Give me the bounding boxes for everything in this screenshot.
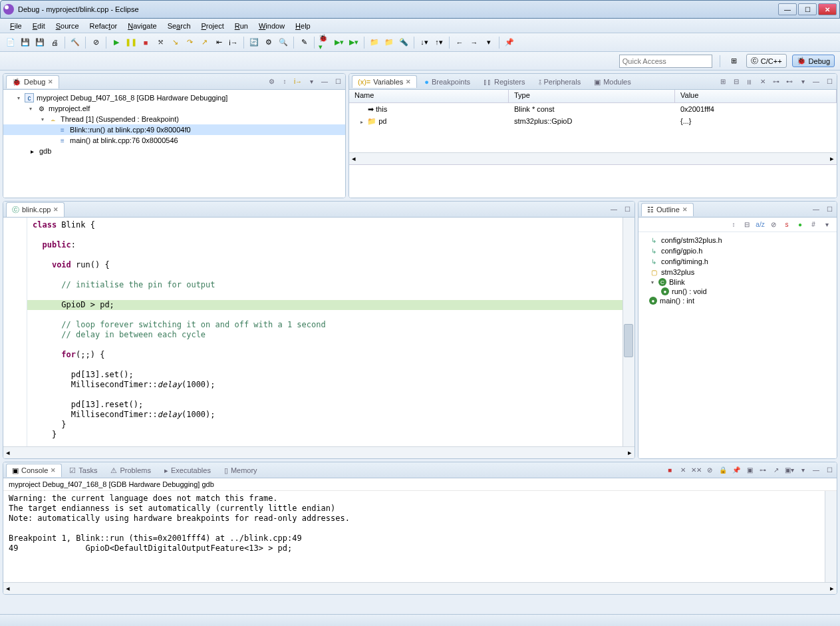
close-button[interactable]: ✕ bbox=[818, 3, 837, 15]
outline-item[interactable]: ▢stm32plus bbox=[638, 267, 837, 277]
tool-icon[interactable]: ⊟ bbox=[732, 77, 741, 86]
menu-help[interactable]: Help bbox=[291, 21, 315, 31]
tool-icon[interactable]: ✕ bbox=[758, 77, 768, 86]
tool-icon[interactable]: ↕ bbox=[280, 77, 289, 86]
minimize-icon[interactable]: — bbox=[609, 205, 619, 214]
tool-icon[interactable]: i→ bbox=[293, 77, 303, 86]
outline-item[interactable]: ●main() : int bbox=[638, 296, 837, 305]
menu-edit[interactable]: Edit bbox=[28, 21, 50, 31]
horizontal-scrollbar[interactable]: ◂▸ bbox=[349, 152, 837, 164]
close-tab-icon[interactable]: ✕ bbox=[53, 206, 59, 213]
horizontal-scrollbar[interactable]: ◂▸ bbox=[3, 446, 634, 458]
hide-icon[interactable]: ⊘ bbox=[769, 220, 778, 230]
ext-tools-dropdown[interactable]: ▶▾ bbox=[347, 36, 360, 49]
dot-icon[interactable]: ● bbox=[795, 220, 805, 230]
vertical-scrollbar[interactable] bbox=[825, 491, 837, 582]
variable-row[interactable]: ➡ this Blink * const 0x2001fff4 bbox=[349, 103, 837, 115]
menu-icon[interactable]: ▾ bbox=[822, 220, 831, 230]
outline-item[interactable]: ▾CBlink bbox=[638, 277, 837, 287]
step-return-button[interactable]: ↗ bbox=[198, 36, 211, 49]
resume-button[interactable]: ▶ bbox=[110, 36, 123, 49]
minimize-icon[interactable]: — bbox=[320, 77, 329, 86]
menu-source[interactable]: Source bbox=[51, 21, 84, 31]
pin-icon[interactable]: 📌 bbox=[732, 466, 741, 475]
tab-outline[interactable]: ☷ Outline ✕ bbox=[641, 203, 694, 216]
menu-navigate[interactable]: Navigate bbox=[123, 21, 161, 31]
outline-item[interactable]: ●run() : void bbox=[638, 287, 837, 296]
menu-run[interactable]: Run bbox=[230, 21, 253, 31]
maximize-icon[interactable]: ☐ bbox=[333, 77, 343, 86]
tree-frame[interactable]: ≡ Blink::run() at blink.cpp:49 0x80004f0 bbox=[3, 124, 345, 135]
search-button[interactable]: 🔦 bbox=[397, 36, 410, 49]
perspective-cpp[interactable]: ⓒ C/C++ bbox=[746, 54, 787, 68]
prev-annotation-button[interactable]: ↑▾ bbox=[432, 36, 446, 49]
tab-variables[interactable]: (x)= Variables ✕ bbox=[352, 75, 417, 88]
clear-icon[interactable]: ⊘ bbox=[705, 466, 714, 475]
menu-project[interactable]: Project bbox=[197, 21, 229, 31]
minimize-icon[interactable]: — bbox=[811, 466, 821, 475]
perspective-debug[interactable]: 🐞 Debug bbox=[792, 55, 835, 67]
outline-item[interactable]: ↳config/timing.h bbox=[638, 256, 837, 267]
step-into-button[interactable]: ↘ bbox=[168, 36, 182, 49]
print-button[interactable]: 🖨 bbox=[48, 36, 61, 49]
vertical-scrollbar[interactable] bbox=[623, 218, 634, 446]
tab-executables[interactable]: ▸Executables bbox=[158, 464, 217, 477]
pencil-button[interactable]: ✎ bbox=[297, 36, 311, 49]
terminate-button[interactable]: ■ bbox=[139, 36, 152, 49]
tool-icon[interactable]: ⊞ bbox=[718, 77, 728, 86]
expander-icon[interactable]: ▾ bbox=[39, 116, 46, 122]
menu-icon[interactable]: ▾ bbox=[307, 77, 316, 86]
maximize-icon[interactable]: ☐ bbox=[623, 205, 632, 214]
close-tab-icon[interactable]: ✕ bbox=[51, 467, 56, 474]
tab-modules[interactable]: ▣ Modules bbox=[588, 75, 637, 88]
outline-item[interactable]: ↳config/stm32plus.h bbox=[638, 235, 837, 245]
minimize-button[interactable]: — bbox=[778, 3, 797, 15]
tool-icon[interactable]: ⊶ bbox=[758, 466, 768, 475]
tool-icon[interactable]: ⊷ bbox=[785, 77, 794, 86]
skip-breakpoints-button[interactable]: ⊘ bbox=[89, 36, 102, 49]
terminate-icon[interactable]: ■ bbox=[665, 466, 674, 475]
filter-icon[interactable]: ⊟ bbox=[742, 220, 752, 230]
s-icon[interactable]: s bbox=[782, 220, 791, 230]
minimize-icon[interactable]: — bbox=[811, 205, 821, 214]
tab-problems[interactable]: ⚠Problems bbox=[104, 464, 156, 477]
close-tab-icon[interactable]: ✕ bbox=[682, 206, 688, 213]
open-perspective-button[interactable]: ⊞ bbox=[728, 55, 741, 68]
sort-icon[interactable]: ↕ bbox=[729, 220, 738, 230]
nav-dropdown[interactable]: ▾ bbox=[482, 36, 495, 49]
pin-button[interactable]: 📌 bbox=[503, 36, 516, 49]
menu-search[interactable]: Search bbox=[163, 21, 196, 31]
debug-dropdown[interactable]: 🐞▾ bbox=[318, 36, 331, 49]
menu-icon[interactable]: ▾ bbox=[798, 77, 807, 86]
expander-icon[interactable]: ▾ bbox=[15, 94, 22, 101]
expander-icon[interactable]: ▾ bbox=[27, 105, 34, 112]
console-output[interactable]: Warning: the current language does not m… bbox=[3, 491, 825, 582]
remove-all-icon[interactable]: ✕✕ bbox=[692, 466, 701, 475]
menu-file[interactable]: File bbox=[5, 21, 27, 31]
remove-icon[interactable]: ✕ bbox=[678, 466, 688, 475]
variable-row[interactable]: ▸ 📁 pd stm32plus::GpioD {...} bbox=[349, 115, 837, 127]
tree-process[interactable]: ▾ ⚙ myproject.elf bbox=[3, 103, 345, 114]
tree-thread[interactable]: ▾ ⫠ Thread [1] (Suspended : Breakpoint) bbox=[3, 114, 345, 124]
tree-launch[interactable]: ▾ c myproject Debug_f407_168_8 [GDB Hard… bbox=[3, 92, 345, 103]
display-icon[interactable]: ▣ bbox=[745, 466, 754, 475]
back-button[interactable]: ← bbox=[453, 36, 466, 49]
run-dropdown[interactable]: ▶▾ bbox=[333, 36, 346, 49]
tool-button[interactable]: ⚙ bbox=[262, 36, 275, 49]
close-tab-icon[interactable]: ✕ bbox=[406, 78, 411, 85]
outline-item[interactable]: ↳config/gpio.h bbox=[638, 245, 837, 256]
tab-debug[interactable]: 🐞 Debug ✕ bbox=[6, 75, 59, 88]
step-over-button[interactable]: ↷ bbox=[183, 36, 196, 49]
quick-access-input[interactable] bbox=[619, 55, 712, 68]
tree-frame[interactable]: ≡ main() at blink.cpp:76 0x8000546 bbox=[3, 135, 345, 146]
tree-gdb[interactable]: ▸ gdb bbox=[3, 146, 345, 156]
next-annotation-button[interactable]: ↓▾ bbox=[418, 36, 431, 49]
forward-button[interactable]: → bbox=[468, 36, 481, 49]
tab-memory[interactable]: ▯Memory bbox=[218, 464, 263, 477]
tool-icon[interactable]: ⚙ bbox=[267, 77, 276, 86]
open-element-button[interactable]: 📁 bbox=[382, 36, 396, 49]
menu-window[interactable]: Window bbox=[254, 21, 289, 31]
tool-button[interactable]: 🔍 bbox=[277, 36, 290, 49]
instruction-step-button[interactable]: i→ bbox=[227, 36, 240, 49]
tab-editor-file[interactable]: ⓒ blink.cpp ✕ bbox=[6, 202, 65, 217]
